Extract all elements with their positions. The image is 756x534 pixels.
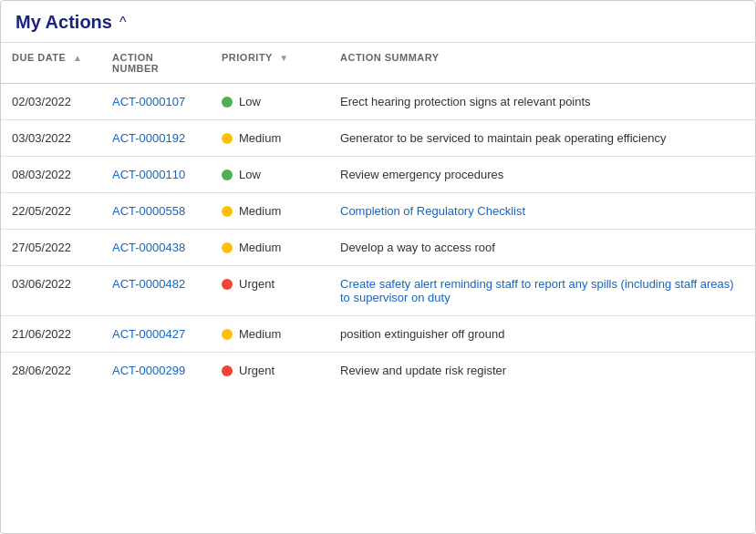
- cell-priority: Urgent: [211, 353, 329, 389]
- action-number-link[interactable]: ACT-0000107: [112, 95, 185, 108]
- table-row: 08/03/2022ACT-0000110LowReview emergency…: [1, 157, 755, 193]
- priority-label: Urgent: [239, 364, 274, 377]
- priority-label: Medium: [239, 327, 281, 341]
- cell-action-number[interactable]: ACT-0000438: [101, 230, 211, 266]
- cell-action-number[interactable]: ACT-0000192: [101, 120, 211, 157]
- cell-action-number[interactable]: ACT-0000110: [101, 157, 211, 193]
- cell-priority: Urgent: [211, 266, 329, 316]
- col-priority[interactable]: PRIORITY ▼: [211, 43, 329, 84]
- cell-action-number[interactable]: ACT-0000482: [101, 266, 211, 316]
- cell-due-date: 21/06/2022: [1, 316, 101, 353]
- priority-label: Medium: [239, 241, 281, 254]
- cell-priority: Medium: [211, 120, 329, 157]
- action-number-link[interactable]: ACT-0000192: [112, 131, 185, 145]
- priority-dot-icon: [222, 169, 233, 180]
- table-row: 22/05/2022ACT-0000558MediumCompletion of…: [1, 193, 755, 230]
- priority-dot-icon: [222, 133, 233, 144]
- actions-table-wrapper: DUE DATE ▲ ACTIONNUMBER PRIORITY ▼ ACTIO…: [1, 43, 755, 388]
- cell-action-number[interactable]: ACT-0000299: [101, 353, 211, 389]
- cell-priority: Medium: [211, 230, 329, 266]
- cell-action-summary: Erect hearing protection signs at releva…: [329, 84, 755, 120]
- my-actions-panel: My Actions ^ DUE DATE ▲ ACTIONNUMBER PRI…: [0, 0, 756, 534]
- panel-header: My Actions ^: [1, 1, 755, 43]
- priority-label: Urgent: [239, 277, 274, 291]
- priority-label: Low: [239, 168, 261, 181]
- table-row: 03/03/2022ACT-0000192MediumGenerator to …: [1, 120, 755, 157]
- cell-action-number[interactable]: ACT-0000558: [101, 193, 211, 230]
- action-number-link[interactable]: ACT-0000299: [112, 364, 185, 377]
- cell-due-date: 03/03/2022: [1, 120, 101, 157]
- cell-due-date: 08/03/2022: [1, 157, 101, 193]
- collapse-icon[interactable]: ^: [119, 15, 127, 31]
- action-summary-link[interactable]: Completion of Regulatory Checklist: [340, 204, 525, 218]
- action-summary-link[interactable]: Create safety alert reminding staff to r…: [340, 277, 734, 304]
- priority-dot-icon: [222, 279, 233, 290]
- priority-dot-icon: [222, 206, 233, 217]
- cell-action-summary: Review and update risk register: [329, 353, 755, 389]
- cell-priority: Medium: [211, 193, 329, 230]
- cell-action-summary: Generator to be serviced to maintain pea…: [329, 120, 755, 157]
- cell-action-summary: position extinguisher off ground: [329, 316, 755, 353]
- table-row: 21/06/2022ACT-0000427Mediumposition exti…: [1, 316, 755, 353]
- sort-asc-icon: ▲: [73, 53, 82, 63]
- cell-due-date: 28/06/2022: [1, 353, 101, 389]
- col-action-number: ACTIONNUMBER: [101, 43, 211, 84]
- sort-desc-icon: ▼: [279, 53, 288, 63]
- cell-due-date: 02/03/2022: [1, 84, 101, 120]
- action-number-link[interactable]: ACT-0000110: [112, 168, 185, 181]
- cell-action-number[interactable]: ACT-0000107: [101, 84, 211, 120]
- cell-due-date: 27/05/2022: [1, 230, 101, 266]
- cell-due-date: 22/05/2022: [1, 193, 101, 230]
- actions-table: DUE DATE ▲ ACTIONNUMBER PRIORITY ▼ ACTIO…: [1, 43, 755, 388]
- cell-priority: Low: [211, 157, 329, 193]
- priority-dot-icon: [222, 329, 233, 340]
- priority-dot-icon: [222, 242, 233, 253]
- table-header: DUE DATE ▲ ACTIONNUMBER PRIORITY ▼ ACTIO…: [1, 43, 755, 84]
- priority-dot-icon: [222, 365, 233, 376]
- cell-priority: Low: [211, 84, 329, 120]
- cell-action-summary: Review emergency procedures: [329, 157, 755, 193]
- col-due-date[interactable]: DUE DATE ▲: [1, 43, 101, 84]
- cell-priority: Medium: [211, 316, 329, 353]
- cell-action-summary: Develop a way to access roof: [329, 230, 755, 266]
- table-body: 02/03/2022ACT-0000107LowErect hearing pr…: [1, 84, 755, 389]
- page-title: My Actions: [16, 12, 112, 33]
- priority-dot-icon: [222, 97, 233, 108]
- table-row: 03/06/2022ACT-0000482UrgentCreate safety…: [1, 266, 755, 316]
- cell-action-summary[interactable]: Create safety alert reminding staff to r…: [329, 266, 755, 316]
- action-number-link[interactable]: ACT-0000482: [112, 277, 185, 291]
- cell-due-date: 03/06/2022: [1, 266, 101, 316]
- priority-label: Medium: [239, 204, 281, 218]
- table-row: 27/05/2022ACT-0000438MediumDevelop a way…: [1, 230, 755, 266]
- cell-action-number[interactable]: ACT-0000427: [101, 316, 211, 353]
- action-number-link[interactable]: ACT-0000438: [112, 241, 185, 254]
- priority-label: Low: [239, 95, 261, 108]
- table-row: 02/03/2022ACT-0000107LowErect hearing pr…: [1, 84, 755, 120]
- action-number-link[interactable]: ACT-0000558: [112, 204, 185, 218]
- cell-action-summary[interactable]: Completion of Regulatory Checklist: [329, 193, 755, 230]
- col-action-summary: ACTION SUMMARY: [329, 43, 755, 84]
- priority-label: Medium: [239, 131, 281, 145]
- action-number-link[interactable]: ACT-0000427: [112, 327, 185, 341]
- table-row: 28/06/2022ACT-0000299UrgentReview and up…: [1, 353, 755, 389]
